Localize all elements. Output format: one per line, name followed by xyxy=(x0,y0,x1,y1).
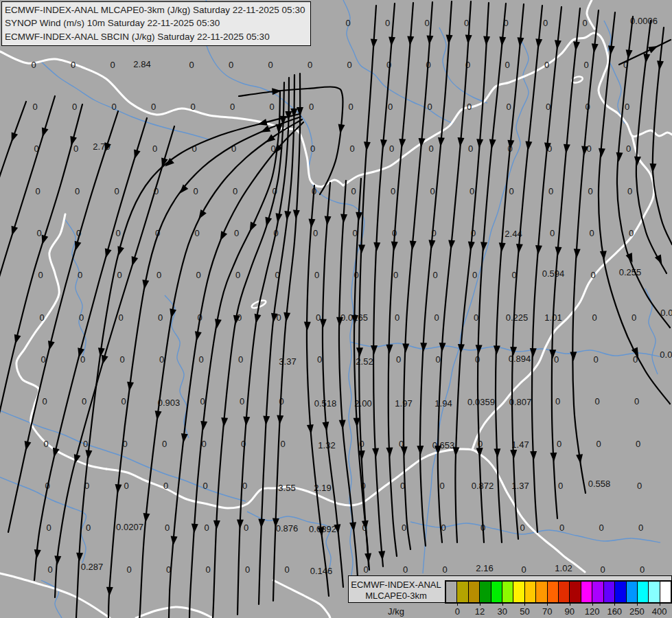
zero-value-label: 0 xyxy=(430,186,435,196)
wind-streamline xyxy=(0,104,82,426)
zero-value-label: 0 xyxy=(42,396,47,407)
zero-value-label: 0 xyxy=(313,228,318,238)
zero-value-label: 0 xyxy=(119,354,124,365)
zero-value-label: 0 xyxy=(158,312,163,323)
wind-arrowhead-icon xyxy=(386,345,393,354)
zero-value-label: 0 xyxy=(47,564,52,575)
wind-arrowhead-icon xyxy=(75,241,82,251)
wind-arrowhead-icon xyxy=(308,219,315,229)
zero-value-label: 0 xyxy=(233,186,237,196)
wind-arrowhead-icon xyxy=(494,448,500,458)
wind-arrowhead-icon xyxy=(530,451,537,461)
legend-color-cell xyxy=(660,582,671,602)
zero-value-label: 0 xyxy=(73,144,78,154)
zero-value-label: 0 xyxy=(396,354,401,365)
legend-color-cell xyxy=(491,582,502,602)
zero-value-label: 0 xyxy=(543,18,548,28)
zero-value-label: 0 xyxy=(388,102,393,112)
wind-arrowhead-icon xyxy=(106,587,113,597)
map-value-label: 2.16 xyxy=(476,563,493,573)
zero-value-label: 0 xyxy=(309,102,314,112)
zero-value-label: 0 xyxy=(626,144,631,154)
zero-value-label: 0 xyxy=(521,564,526,575)
wind-arrowhead-icon xyxy=(372,448,379,458)
wind-arrowhead-icon xyxy=(143,513,150,523)
wind-arrowhead-icon xyxy=(364,141,371,151)
legend-color-cell xyxy=(604,582,615,602)
legend: ECMWF-INDEX-ANAL MLCAPE0-3km J/kg 012305… xyxy=(348,575,672,618)
wind-arrowhead-icon xyxy=(525,141,532,151)
zero-value-label: 0 xyxy=(308,60,312,70)
zero-value-label: 0 xyxy=(229,60,233,70)
zero-value-label: 0 xyxy=(316,312,321,323)
wind-arrowhead-icon xyxy=(386,447,393,457)
wind-arrowhead-icon xyxy=(85,450,92,459)
zero-value-label: 0 xyxy=(345,18,350,28)
map-value-label: 0.287 xyxy=(81,562,104,572)
zero-value-label: 0 xyxy=(200,396,205,407)
map-value-label: 0.02 xyxy=(660,350,672,360)
zero-value-label: 0 xyxy=(269,102,274,112)
zero-value-label: 0 xyxy=(198,354,203,365)
zero-value-label: 0 xyxy=(637,481,642,491)
wind-arrowhead-icon xyxy=(266,134,275,142)
zero-value-label: 0 xyxy=(165,523,170,533)
wind-arrowhead-icon xyxy=(142,279,149,289)
legend-tick-mark xyxy=(637,602,638,606)
legend-color-cell xyxy=(570,582,581,602)
zero-value-label: 0 xyxy=(559,523,564,533)
country-border xyxy=(273,580,330,618)
zero-value-label: 0 xyxy=(627,186,632,196)
zero-value-label: 0 xyxy=(196,270,200,280)
wind-arrowhead-icon xyxy=(573,41,580,51)
legend-title-parameter: MLCAPE0-3km xyxy=(348,591,444,601)
wind-arrowhead-icon xyxy=(399,139,406,148)
zero-value-label: 0 xyxy=(588,186,592,196)
wind-arrowhead-icon xyxy=(220,231,227,240)
zero-value-label: 0 xyxy=(32,102,37,112)
wind-arrowhead-icon xyxy=(320,319,327,329)
zero-value-label: 0 xyxy=(393,270,398,280)
zero-value-label: 0 xyxy=(586,144,591,154)
legend-color-cell xyxy=(581,582,592,602)
zero-value-label: 0 xyxy=(79,312,84,323)
legend-color-cell xyxy=(525,582,536,602)
wind-arrowhead-icon xyxy=(243,417,250,426)
wind-arrowhead-icon xyxy=(42,127,49,137)
wind-streamline xyxy=(76,114,299,618)
wind-arrowhead-icon xyxy=(237,519,244,529)
zero-value-label: 0 xyxy=(126,564,131,575)
wind-arrowhead-icon xyxy=(452,447,459,457)
zero-value-label: 0 xyxy=(36,228,41,238)
wind-arrowhead-icon xyxy=(570,352,577,361)
zero-value-label: 0 xyxy=(348,102,353,112)
legend-color-cell xyxy=(457,582,468,602)
map-value-label: 1.94 xyxy=(435,398,452,409)
legend-tick-label: 0 xyxy=(455,606,460,617)
zero-value-label: 0 xyxy=(505,60,509,70)
wind-arrowhead-icon xyxy=(340,214,347,224)
zero-value-label: 0 xyxy=(230,102,235,112)
legend-tick-mark xyxy=(457,602,458,606)
wind-arrowhead-icon xyxy=(263,416,270,426)
zero-value-label: 0 xyxy=(157,270,161,280)
legend-title-model: ECMWF-INDEX-ANAL xyxy=(348,580,444,590)
zero-value-label: 0 xyxy=(590,270,595,280)
zero-value-label: 0 xyxy=(151,102,156,112)
zero-value-label: 0 xyxy=(625,102,629,112)
legend-tick-label: 160 xyxy=(607,606,622,617)
zero-value-label: 0 xyxy=(245,564,250,575)
wind-arrowhead-icon xyxy=(76,553,83,562)
zero-value-label: 0 xyxy=(310,144,315,154)
zero-value-label: 0 xyxy=(640,564,645,575)
zero-value-label: 0 xyxy=(596,439,601,449)
wind-arrowhead-icon xyxy=(155,411,162,420)
zero-value-label: 0 xyxy=(35,186,40,196)
wind-arrowhead-icon xyxy=(401,446,408,456)
wind-arrowhead-icon xyxy=(535,245,542,255)
wind-streamlines-layer xyxy=(0,1,672,618)
wind-arrowhead-icon xyxy=(550,453,557,462)
river xyxy=(343,0,453,124)
map-value-label: 0.0006 xyxy=(630,16,658,26)
zero-value-label: 0 xyxy=(162,439,167,449)
